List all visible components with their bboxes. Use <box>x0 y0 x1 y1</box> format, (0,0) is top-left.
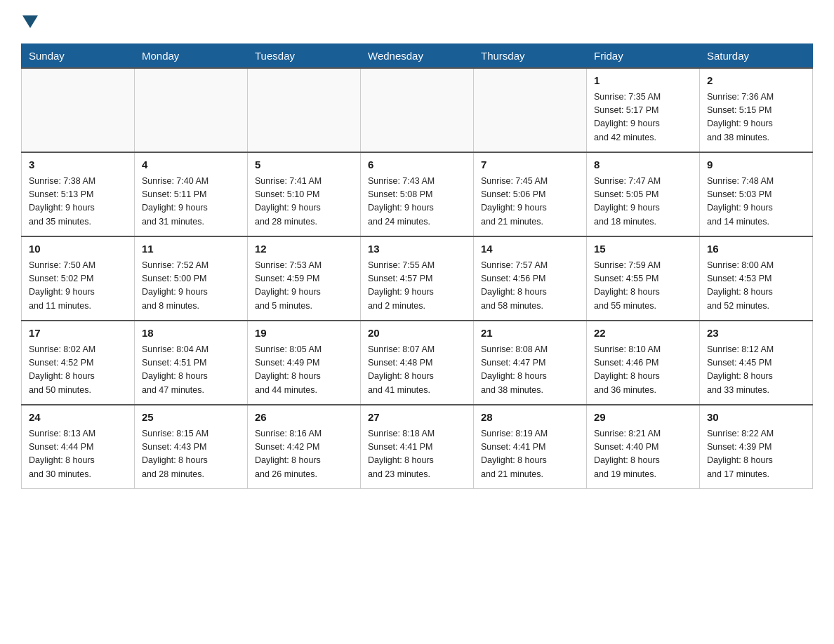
day-number: 1 <box>594 73 692 89</box>
day-number: 9 <box>707 157 805 173</box>
day-info: Sunrise: 8:04 AMSunset: 4:51 PMDaylight:… <box>142 343 240 398</box>
day-info: Sunrise: 8:22 AMSunset: 4:39 PMDaylight:… <box>707 427 805 482</box>
day-number: 29 <box>594 410 692 426</box>
header-tuesday: Tuesday <box>248 44 361 69</box>
week-row-4: 24Sunrise: 8:13 AMSunset: 4:44 PMDayligh… <box>22 405 813 489</box>
day-info: Sunrise: 8:13 AMSunset: 4:44 PMDaylight:… <box>29 427 127 482</box>
day-info: Sunrise: 7:38 AMSunset: 5:13 PMDaylight:… <box>29 175 127 229</box>
day-number: 5 <box>255 157 353 173</box>
day-info: Sunrise: 7:36 AMSunset: 5:15 PMDaylight:… <box>707 90 805 145</box>
day-cell-w2-d0: 10Sunrise: 7:50 AMSunset: 5:02 PMDayligh… <box>22 236 135 321</box>
day-cell-w0-d2 <box>248 68 361 152</box>
day-cell-w4-d3: 27Sunrise: 8:18 AMSunset: 4:41 PMDayligh… <box>361 405 474 489</box>
day-cell-w3-d3: 20Sunrise: 8:07 AMSunset: 4:48 PMDayligh… <box>361 321 474 405</box>
day-info: Sunrise: 8:15 AMSunset: 4:43 PMDaylight:… <box>142 427 240 482</box>
day-info: Sunrise: 8:18 AMSunset: 4:41 PMDaylight:… <box>368 427 466 482</box>
day-cell-w0-d3 <box>361 68 474 152</box>
logo-triangle-icon <box>22 15 38 28</box>
svg-marker-0 <box>22 15 38 28</box>
day-cell-w2-d1: 11Sunrise: 7:52 AMSunset: 5:00 PMDayligh… <box>135 236 248 321</box>
header-monday: Monday <box>135 44 248 69</box>
day-info: Sunrise: 7:47 AMSunset: 5:05 PMDaylight:… <box>594 175 692 229</box>
day-cell-w2-d2: 12Sunrise: 7:53 AMSunset: 4:59 PMDayligh… <box>248 236 361 321</box>
day-number: 23 <box>707 326 805 342</box>
day-info: Sunrise: 7:35 AMSunset: 5:17 PMDaylight:… <box>594 90 692 145</box>
day-info: Sunrise: 7:57 AMSunset: 4:56 PMDaylight:… <box>481 259 579 314</box>
day-info: Sunrise: 7:55 AMSunset: 4:57 PMDaylight:… <box>368 259 466 314</box>
day-cell-w4-d1: 25Sunrise: 8:15 AMSunset: 4:43 PMDayligh… <box>135 405 248 489</box>
day-cell-w0-d4 <box>474 68 587 152</box>
day-cell-w3-d1: 18Sunrise: 8:04 AMSunset: 4:51 PMDayligh… <box>135 321 248 405</box>
day-cell-w1-d1: 4Sunrise: 7:40 AMSunset: 5:11 PMDaylight… <box>135 152 248 236</box>
header-wednesday: Wednesday <box>361 44 474 69</box>
day-info: Sunrise: 8:10 AMSunset: 4:46 PMDaylight:… <box>594 343 692 398</box>
day-number: 2 <box>707 73 805 89</box>
day-cell-w3-d4: 21Sunrise: 8:08 AMSunset: 4:47 PMDayligh… <box>474 321 587 405</box>
day-number: 20 <box>368 326 466 342</box>
day-cell-w3-d6: 23Sunrise: 8:12 AMSunset: 4:45 PMDayligh… <box>700 321 813 405</box>
day-info: Sunrise: 8:12 AMSunset: 4:45 PMDaylight:… <box>707 343 805 398</box>
day-number: 24 <box>29 410 127 426</box>
day-cell-w3-d2: 19Sunrise: 8:05 AMSunset: 4:49 PMDayligh… <box>248 321 361 405</box>
day-number: 15 <box>594 241 692 257</box>
day-number: 21 <box>481 326 579 342</box>
day-cell-w4-d2: 26Sunrise: 8:16 AMSunset: 4:42 PMDayligh… <box>248 405 361 489</box>
day-cell-w1-d5: 8Sunrise: 7:47 AMSunset: 5:05 PMDaylight… <box>587 152 700 236</box>
day-cell-w0-d6: 2Sunrise: 7:36 AMSunset: 5:15 PMDaylight… <box>700 68 813 152</box>
day-number: 10 <box>29 241 127 257</box>
day-number: 3 <box>29 157 127 173</box>
day-number: 17 <box>29 326 127 342</box>
day-info: Sunrise: 8:19 AMSunset: 4:41 PMDaylight:… <box>481 427 579 482</box>
logo <box>21 14 38 31</box>
day-number: 13 <box>368 241 466 257</box>
day-number: 11 <box>142 241 240 257</box>
day-cell-w2-d5: 15Sunrise: 7:59 AMSunset: 4:55 PMDayligh… <box>587 236 700 321</box>
day-cell-w4-d4: 28Sunrise: 8:19 AMSunset: 4:41 PMDayligh… <box>474 405 587 489</box>
page-header <box>21 14 813 31</box>
day-cell-w4-d6: 30Sunrise: 8:22 AMSunset: 4:39 PMDayligh… <box>700 405 813 489</box>
day-number: 28 <box>481 410 579 426</box>
day-info: Sunrise: 7:50 AMSunset: 5:02 PMDaylight:… <box>29 259 127 314</box>
day-cell-w1-d4: 7Sunrise: 7:45 AMSunset: 5:06 PMDaylight… <box>474 152 587 236</box>
day-number: 12 <box>255 241 353 257</box>
day-cell-w1-d6: 9Sunrise: 7:48 AMSunset: 5:03 PMDaylight… <box>700 152 813 236</box>
header-friday: Friday <box>587 44 700 69</box>
day-info: Sunrise: 7:40 AMSunset: 5:11 PMDaylight:… <box>142 175 240 229</box>
day-cell-w2-d3: 13Sunrise: 7:55 AMSunset: 4:57 PMDayligh… <box>361 236 474 321</box>
day-info: Sunrise: 8:02 AMSunset: 4:52 PMDaylight:… <box>29 343 127 398</box>
day-info: Sunrise: 8:08 AMSunset: 4:47 PMDaylight:… <box>481 343 579 398</box>
day-number: 8 <box>594 157 692 173</box>
day-cell-w1-d2: 5Sunrise: 7:41 AMSunset: 5:10 PMDaylight… <box>248 152 361 236</box>
day-number: 6 <box>368 157 466 173</box>
day-number: 14 <box>481 241 579 257</box>
header-sunday: Sunday <box>22 44 135 69</box>
day-info: Sunrise: 8:00 AMSunset: 4:53 PMDaylight:… <box>707 259 805 314</box>
header-thursday: Thursday <box>474 44 587 69</box>
day-number: 22 <box>594 326 692 342</box>
day-cell-w3-d5: 22Sunrise: 8:10 AMSunset: 4:46 PMDayligh… <box>587 321 700 405</box>
day-info: Sunrise: 7:53 AMSunset: 4:59 PMDaylight:… <box>255 259 353 314</box>
day-cell-w2-d6: 16Sunrise: 8:00 AMSunset: 4:53 PMDayligh… <box>700 236 813 321</box>
day-info: Sunrise: 7:48 AMSunset: 5:03 PMDaylight:… <box>707 175 805 229</box>
day-cell-w4-d0: 24Sunrise: 8:13 AMSunset: 4:44 PMDayligh… <box>22 405 135 489</box>
week-row-2: 10Sunrise: 7:50 AMSunset: 5:02 PMDayligh… <box>22 236 813 321</box>
day-number: 4 <box>142 157 240 173</box>
day-info: Sunrise: 7:45 AMSunset: 5:06 PMDaylight:… <box>481 175 579 229</box>
day-info: Sunrise: 8:07 AMSunset: 4:48 PMDaylight:… <box>368 343 466 398</box>
day-info: Sunrise: 7:59 AMSunset: 4:55 PMDaylight:… <box>594 259 692 314</box>
week-row-1: 3Sunrise: 7:38 AMSunset: 5:13 PMDaylight… <box>22 152 813 236</box>
day-cell-w3-d0: 17Sunrise: 8:02 AMSunset: 4:52 PMDayligh… <box>22 321 135 405</box>
day-number: 16 <box>707 241 805 257</box>
day-number: 19 <box>255 326 353 342</box>
weekday-header-row: Sunday Monday Tuesday Wednesday Thursday… <box>22 44 813 69</box>
day-number: 30 <box>707 410 805 426</box>
day-info: Sunrise: 8:05 AMSunset: 4:49 PMDaylight:… <box>255 343 353 398</box>
week-row-3: 17Sunrise: 8:02 AMSunset: 4:52 PMDayligh… <box>22 321 813 405</box>
day-cell-w0-d5: 1Sunrise: 7:35 AMSunset: 5:17 PMDaylight… <box>587 68 700 152</box>
calendar-table: Sunday Monday Tuesday Wednesday Thursday… <box>21 43 813 489</box>
day-cell-w0-d1 <box>135 68 248 152</box>
day-number: 7 <box>481 157 579 173</box>
day-cell-w0-d0 <box>22 68 135 152</box>
day-cell-w1-d0: 3Sunrise: 7:38 AMSunset: 5:13 PMDaylight… <box>22 152 135 236</box>
day-number: 25 <box>142 410 240 426</box>
